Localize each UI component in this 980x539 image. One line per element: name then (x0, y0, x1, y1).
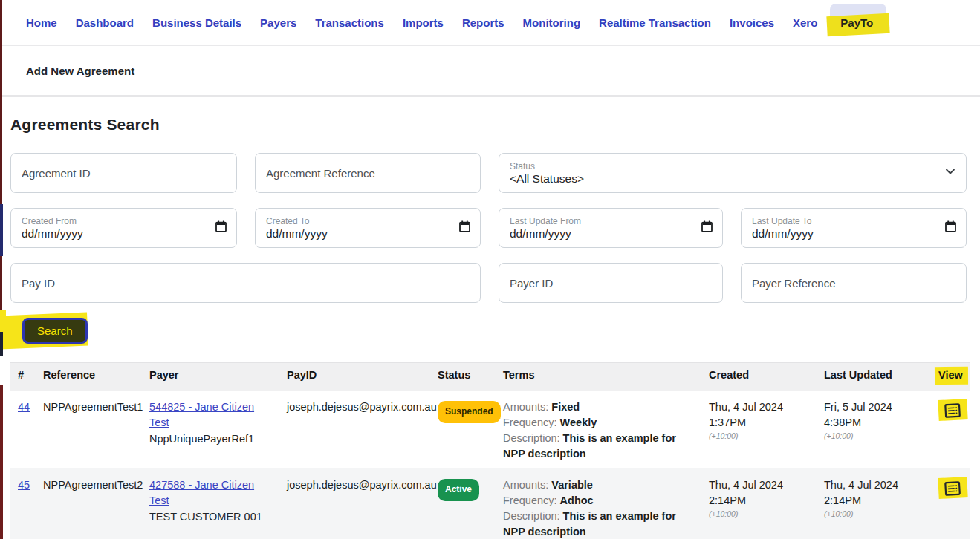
table-row: 45 NPPAgreementTest2 427588 - Jane Citiz… (10, 468, 970, 539)
description-label: Description: (503, 510, 560, 522)
last-updated-cell: Thu, 4 Jul 2024 2:14PM (+10:00) (817, 468, 931, 525)
payer-cell: 427588 - Jane Citizen Test TEST CUSTOMER… (142, 468, 279, 531)
table-header-row: # Reference Payer PayID Status Terms Cre… (10, 363, 970, 391)
created-from-value: dd/mm/yyyy (22, 226, 83, 241)
last-updated-timezone: (+10:00) (824, 431, 925, 441)
reference-cell: NPPAgreementTest2 (36, 468, 142, 499)
agreement-id-input[interactable] (22, 167, 226, 180)
payer-reference-text: TEST CUSTOMER 001 (149, 509, 273, 525)
amounts-value: Variable (551, 479, 593, 491)
calendar-icon[interactable] (215, 220, 227, 235)
view-icon-highlight (938, 477, 967, 499)
status-label: Status (510, 161, 535, 172)
nav-invoices[interactable]: Invoices (730, 16, 774, 29)
nav-home[interactable]: Home (26, 16, 57, 29)
payer-cell: 544825 - Jane Citizen Test NppUniquePaye… (142, 391, 279, 453)
nav-monitoring[interactable]: Monitoring (523, 16, 580, 29)
header-status: Status (430, 363, 496, 387)
frequency-label: Frequency: (503, 494, 557, 506)
header-number: # (10, 363, 36, 387)
nav-xero[interactable]: Xero (793, 16, 817, 29)
last-update-from-date-field[interactable]: Last Update From dd/mm/yyyy (499, 208, 723, 248)
add-new-agreement-link[interactable]: Add New Agreement (26, 65, 134, 77)
calendar-icon[interactable] (701, 220, 713, 235)
header-view: View (931, 363, 970, 391)
nav-dashboard[interactable]: Dashboard (76, 16, 134, 29)
frequency-value: Adhoc (560, 494, 594, 506)
agreement-id-link[interactable]: 45 (18, 479, 30, 491)
edge-annotation-strip (0, 332, 3, 356)
payer-id-input[interactable] (510, 277, 712, 290)
header-terms: Terms (496, 363, 701, 387)
sub-navigation: Add New Agreement (0, 46, 980, 97)
nav-realtime-transaction[interactable]: Realtime Transaction (599, 16, 711, 29)
header-payer: Payer (142, 363, 279, 387)
created-date: Thu, 4 Jul 2024 (709, 477, 811, 493)
status-cell: Active (430, 468, 496, 507)
frequency-label: Frequency: (503, 416, 557, 428)
status-badge: Suspended (438, 401, 501, 423)
last-update-to-date-field[interactable]: Last Update To dd/mm/yyyy (741, 208, 967, 248)
view-cell (931, 391, 970, 431)
created-timezone: (+10:00) (709, 509, 811, 519)
header-reference: Reference (36, 363, 142, 387)
header-payid: PayID (279, 363, 430, 387)
agreements-search-page: Agreements Search Status <All Statuses> … (0, 116, 980, 539)
status-selected-value: <All Statuses> (510, 172, 584, 186)
agreement-id-link[interactable]: 44 (18, 401, 30, 413)
nav-payto-label: PayTo (840, 16, 873, 29)
created-from-date-field[interactable]: Created From dd/mm/yyyy (10, 208, 237, 248)
last-updated-cell: Fri, 5 Jul 2024 4:38PM (+10:00) (817, 391, 931, 447)
calendar-icon[interactable] (459, 220, 470, 235)
frequency-value: Weekly (560, 416, 597, 428)
chevron-down-icon[interactable] (944, 166, 956, 180)
payer-link[interactable]: 544825 - Jane Citizen Test (149, 401, 254, 428)
created-to-label: Created To (266, 216, 309, 226)
payer-reference-fieldbox (741, 263, 967, 303)
nav-business-details[interactable]: Business Details (152, 16, 241, 29)
payid-cell: joseph.dejesus@payrix.com.au (279, 391, 430, 421)
edge-annotation-strip (0, 204, 3, 256)
nav-reports[interactable]: Reports (462, 16, 504, 29)
status-select[interactable]: Status <All Statuses> (499, 153, 967, 193)
payer-reference-text: NppUniquePayerRef1 (149, 431, 273, 447)
created-to-date-field[interactable]: Created To dd/mm/yyyy (255, 208, 481, 248)
header-created: Created (701, 363, 817, 387)
nav-payto[interactable]: PayTo (836, 16, 877, 29)
agreements-table: # Reference Payer PayID Status Terms Cre… (10, 362, 970, 539)
description-label: Description: (503, 432, 560, 444)
status-badge: Active (438, 479, 479, 501)
terms-cell: Amounts: Fixed Frequency: Weekly Descrip… (496, 391, 701, 468)
last-update-from-value: dd/mm/yyyy (510, 226, 571, 241)
status-cell: Suspended (430, 391, 496, 429)
view-cell (931, 468, 970, 509)
nav-transactions[interactable]: Transactions (315, 16, 384, 29)
calendar-icon[interactable] (945, 220, 956, 235)
last-update-to-label: Last Update To (752, 216, 812, 226)
view-agreement-icon[interactable] (944, 402, 961, 418)
agreement-id-fieldbox (10, 153, 237, 193)
nav-payers[interactable]: Payers (260, 16, 296, 29)
reference-cell: NPPAgreementTest1 (36, 391, 142, 421)
header-last-updated: Last Updated (817, 363, 931, 387)
last-update-from-label: Last Update From (510, 216, 581, 226)
created-time: 1:37PM (709, 415, 811, 431)
search-button-area: Search (10, 316, 970, 350)
pay-id-fieldbox (10, 263, 481, 303)
last-update-to-value: dd/mm/yyyy (752, 226, 814, 241)
last-updated-date: Thu, 4 Jul 2024 (824, 477, 925, 493)
search-button[interactable]: Search (22, 318, 88, 344)
payer-reference-input[interactable] (752, 277, 955, 290)
created-to-value: dd/mm/yyyy (266, 226, 328, 241)
top-navigation: Home Dashboard Business Details Payers T… (0, 0, 980, 46)
created-time: 2:14PM (709, 493, 811, 509)
created-date: Thu, 4 Jul 2024 (709, 399, 811, 415)
view-agreement-icon[interactable] (944, 480, 961, 496)
last-updated-time: 2:14PM (824, 493, 925, 509)
nav-imports[interactable]: Imports (403, 16, 444, 29)
agreement-reference-input[interactable] (266, 167, 470, 180)
agreement-reference-fieldbox (255, 153, 481, 193)
pay-id-input[interactable] (22, 277, 470, 290)
payer-link[interactable]: 427588 - Jane Citizen Test (149, 479, 254, 506)
page-title: Agreements Search (10, 116, 970, 134)
